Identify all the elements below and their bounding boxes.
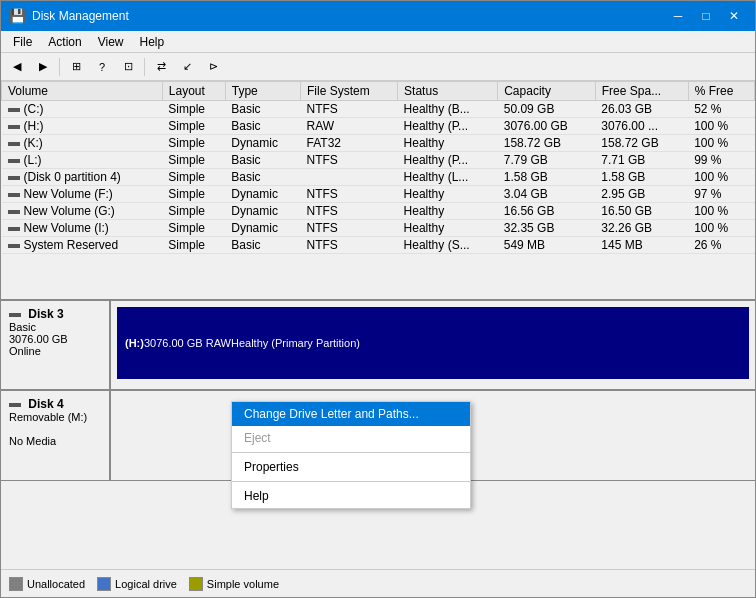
col-status[interactable]: Status — [398, 82, 498, 101]
cell-status: Healthy — [398, 203, 498, 220]
cell-fs: NTFS — [301, 203, 398, 220]
ctx-help[interactable]: Help — [232, 484, 470, 508]
cell-free: 16.50 GB — [595, 203, 688, 220]
menu-file[interactable]: File — [5, 33, 40, 51]
col-type[interactable]: Type — [225, 82, 300, 101]
cell-volume: (C:) — [2, 101, 163, 118]
disk3-bar[interactable]: (H:) 3076.00 GB RAW Healthy (Primary Par… — [117, 307, 749, 389]
cell-volume: (K:) — [2, 135, 163, 152]
disk3-content: (H:) 3076.00 GB RAW Healthy (Primary Par… — [111, 301, 755, 389]
back-button[interactable]: ◀ — [5, 56, 29, 78]
cell-pct: 52 % — [688, 101, 754, 118]
toolbar: ◀ ▶ ⊞ ? ⊡ ⇄ ↙ ⊳ — [1, 53, 755, 81]
run-button[interactable]: ⊳ — [201, 56, 225, 78]
table-row[interactable]: New Volume (I:) Simple Dynamic NTFS Heal… — [2, 220, 755, 237]
cell-free: 3076.00 ... — [595, 118, 688, 135]
cell-pct: 100 % — [688, 135, 754, 152]
toolbar-separator-1 — [59, 58, 60, 76]
col-layout[interactable]: Layout — [162, 82, 225, 101]
cell-fs: NTFS — [301, 101, 398, 118]
content-area: Volume Layout Type File System Status Ca… — [1, 81, 755, 569]
cell-type: Basic — [225, 169, 300, 186]
ctx-properties[interactable]: Properties — [232, 455, 470, 479]
legend-simple: Simple volume — [189, 577, 279, 591]
col-volume[interactable]: Volume — [2, 82, 163, 101]
cell-status: Healthy — [398, 135, 498, 152]
disk4-name: Disk 4 — [9, 397, 101, 411]
grid-button[interactable]: ⊞ — [64, 56, 88, 78]
cell-volume: New Volume (I:) — [2, 220, 163, 237]
cell-capacity: 1.58 GB — [498, 169, 596, 186]
table-row[interactable]: (H:) Simple Basic RAW Healthy (P... 3076… — [2, 118, 755, 135]
cell-status: Healthy — [398, 220, 498, 237]
cell-volume: (L:) — [2, 152, 163, 169]
disk3-type: Basic — [9, 321, 101, 333]
cell-status: Healthy (S... — [398, 237, 498, 254]
cell-free: 32.26 GB — [595, 220, 688, 237]
legend-unallocated-swatch — [9, 577, 23, 591]
disk4-content: Change Drive Letter and Paths... Eject P… — [111, 391, 755, 480]
cell-layout: Simple — [162, 135, 225, 152]
menu-action[interactable]: Action — [40, 33, 89, 51]
cell-type: Basic — [225, 101, 300, 118]
forward-button[interactable]: ▶ — [31, 56, 55, 78]
table-row[interactable]: (C:) Simple Basic NTFS Healthy (B... 50.… — [2, 101, 755, 118]
cell-capacity: 7.79 GB — [498, 152, 596, 169]
menu-help[interactable]: Help — [132, 33, 173, 51]
disk3-partition[interactable]: (H:) 3076.00 GB RAW Healthy (Primary Par… — [117, 307, 749, 379]
ctx-change-drive-letter[interactable]: Change Drive Letter and Paths... — [232, 402, 470, 426]
cell-pct: 100 % — [688, 203, 754, 220]
table-row[interactable]: (K:) Simple Dynamic FAT32 Healthy 158.72… — [2, 135, 755, 152]
disk3-row: Disk 3 Basic 3076.00 GB Online (H:) 3076… — [1, 301, 755, 391]
disk4-type: Removable (M:) — [9, 411, 101, 423]
disk3-partition-label: (H:) — [125, 337, 144, 349]
cell-type: Dynamic — [225, 135, 300, 152]
minimize-button[interactable]: ─ — [665, 6, 691, 26]
cell-fs — [301, 169, 398, 186]
main-window: 💾 Disk Management ─ □ ✕ File Action View… — [0, 0, 756, 598]
disk4-label: Disk 4 Removable (M:) No Media — [1, 391, 111, 480]
refresh-button[interactable]: ⇄ — [149, 56, 173, 78]
cell-fs: FAT32 — [301, 135, 398, 152]
maximize-button[interactable]: □ — [693, 6, 719, 26]
cell-capacity: 158.72 GB — [498, 135, 596, 152]
cell-pct: 97 % — [688, 186, 754, 203]
cell-capacity: 16.56 GB — [498, 203, 596, 220]
legend-logical: Logical drive — [97, 577, 177, 591]
cell-type: Dynamic — [225, 220, 300, 237]
help-button[interactable]: ? — [90, 56, 114, 78]
cell-free: 7.71 GB — [595, 152, 688, 169]
cell-free: 1.58 GB — [595, 169, 688, 186]
legend-logical-swatch — [97, 577, 111, 591]
disk3-partition-status: Healthy (Primary Partition) — [231, 337, 360, 349]
col-capacity[interactable]: Capacity — [498, 82, 596, 101]
cell-free: 26.03 GB — [595, 101, 688, 118]
cell-pct: 100 % — [688, 220, 754, 237]
cell-type: Dynamic — [225, 203, 300, 220]
col-filesystem[interactable]: File System — [301, 82, 398, 101]
toolbar-separator-2 — [144, 58, 145, 76]
cell-volume: New Volume (F:) — [2, 186, 163, 203]
disk-section: Disk 3 Basic 3076.00 GB Online (H:) 3076… — [1, 301, 755, 569]
cell-fs: NTFS — [301, 237, 398, 254]
table-row[interactable]: (Disk 0 partition 4) Simple Basic Health… — [2, 169, 755, 186]
properties-button[interactable]: ⊡ — [116, 56, 140, 78]
table-row[interactable]: New Volume (G:) Simple Dynamic NTFS Heal… — [2, 203, 755, 220]
export-button[interactable]: ↙ — [175, 56, 199, 78]
close-button[interactable]: ✕ — [721, 6, 747, 26]
cell-fs: NTFS — [301, 186, 398, 203]
title-bar: 💾 Disk Management ─ □ ✕ — [1, 1, 755, 31]
legend-simple-label: Simple volume — [207, 578, 279, 590]
table-row[interactable]: System Reserved Simple Basic NTFS Health… — [2, 237, 755, 254]
table-row[interactable]: New Volume (F:) Simple Dynamic NTFS Heal… — [2, 186, 755, 203]
table-row[interactable]: (L:) Simple Basic NTFS Healthy (P... 7.7… — [2, 152, 755, 169]
menu-bar: File Action View Help — [1, 31, 755, 53]
col-freespace[interactable]: Free Spa... — [595, 82, 688, 101]
menu-view[interactable]: View — [90, 33, 132, 51]
disk3-name: Disk 3 — [9, 307, 101, 321]
disk3-size: 3076.00 GB — [9, 333, 101, 345]
cell-type: Basic — [225, 237, 300, 254]
col-pctfree[interactable]: % Free — [688, 82, 754, 101]
disk3-status: Online — [9, 345, 101, 357]
cell-capacity: 50.09 GB — [498, 101, 596, 118]
